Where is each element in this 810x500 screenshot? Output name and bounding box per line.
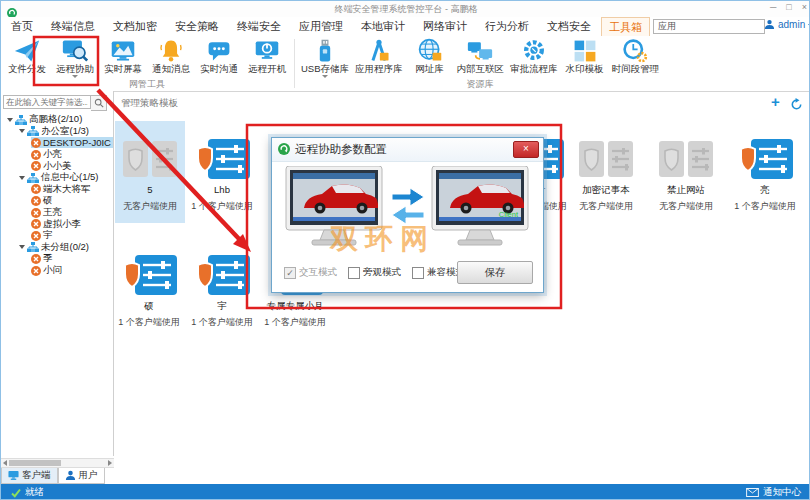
ribbon-group-label: 网管工具 [3, 79, 291, 90]
policy-tile-icon [115, 121, 185, 181]
sidebar-tab-clients[interactable]: 客户端 [1, 468, 58, 484]
group-node-icon [15, 115, 27, 125]
scroll-right-icon[interactable] [108, 460, 112, 466]
ribbon-button-watermark-template[interactable]: 水印模板 [561, 36, 609, 79]
tree-expand-caret[interactable] [19, 129, 25, 133]
policy-tile-r2-0[interactable]: 硕 1 个客户端使用 [114, 249, 184, 337]
checkbox-icon[interactable] [348, 267, 360, 279]
policy-tile-icon [651, 121, 721, 181]
close-button[interactable]: × [802, 2, 807, 12]
watermark-text: 双环网 [330, 220, 435, 258]
menu-item-4[interactable]: 终端安全 [229, 17, 289, 37]
add-template-button[interactable]: + [771, 93, 780, 110]
checkbox-icon[interactable]: ✓ [284, 267, 296, 279]
tree-expand-caret[interactable] [19, 245, 25, 249]
tree-filter-search-button[interactable] [91, 95, 107, 111]
mode-checkbox-0[interactable]: ✓交互模式 [284, 266, 337, 279]
client-tree: 高鹏格(2/10)办公室(1/3)DESKTOP-J0IC小亮小小美信息中心(1… [1, 114, 114, 276]
scroll-left-icon[interactable] [3, 460, 7, 466]
mode-checkbox-1[interactable]: 旁观模式 [348, 266, 401, 279]
menu-item-6[interactable]: 本地审计 [353, 17, 413, 37]
menu-item-10[interactable]: 工具箱 [601, 17, 650, 37]
ribbon-button-remote-assist[interactable]: 远程协助 [51, 36, 99, 79]
app-search-input[interactable]: 应用 [653, 19, 765, 34]
policy-tile-r1-3[interactable]: 加密记事本 无客户端使用 [571, 121, 641, 223]
dialog-close-button[interactable]: × [513, 141, 539, 158]
policy-tile-icon [730, 121, 800, 181]
tree-node-client-2[interactable]: DESKTOP-J0IC [1, 137, 114, 149]
tree-node-client-6[interactable]: 端木大将军 [1, 184, 114, 196]
maximize-button[interactable]: □ [786, 2, 791, 12]
tree-node-client-7[interactable]: 硕 [1, 195, 114, 207]
ribbon-button-usb-storage[interactable]: USB存储库 [298, 36, 352, 79]
search-icon [94, 98, 104, 108]
offline-badge-icon [31, 219, 41, 229]
ribbon-button-intranet-zone[interactable]: 内部互联区 [454, 36, 508, 79]
tree-node-client-4[interactable]: 小小美 [1, 160, 114, 172]
usb-storage-icon [301, 38, 349, 64]
tree-expand-caret[interactable] [19, 176, 25, 180]
notification-center-button[interactable]: 通知中心 [736, 486, 810, 499]
url-library-icon [409, 38, 451, 64]
ribbon-button-notify-message[interactable]: 通知消息 [147, 36, 195, 79]
chevron-down-icon[interactable] [72, 75, 78, 78]
sidebar-tab-users[interactable]: 用户 [58, 468, 105, 484]
ribbon-button-live-screen[interactable]: 实时屏幕 [99, 36, 147, 79]
menu-item-7[interactable]: 网络审计 [415, 17, 475, 37]
tree-node-group-0[interactable]: 高鹏格(2/10) [1, 114, 114, 126]
menu-item-1[interactable]: 终端信息 [43, 17, 103, 37]
remote-assist-icon [54, 38, 96, 64]
policy-tile-r1-4[interactable]: 禁止网站 无客户端使用 [651, 121, 721, 223]
ribbon-button-time-period[interactable]: 时间段管理 [609, 36, 663, 79]
offline-badge-icon [31, 184, 41, 194]
offline-badge-icon [31, 150, 41, 160]
tree-node-client-9[interactable]: 虚拟小李 [1, 218, 114, 230]
sidebar-hscrollbar[interactable] [1, 458, 114, 468]
menu-item-3[interactable]: 安全策略 [167, 17, 227, 37]
tree-node-client-12[interactable]: 季 [1, 253, 114, 265]
scrollbar-thumb[interactable] [9, 460, 61, 466]
menu-item-0[interactable]: 首页 [3, 17, 41, 37]
ribbon-button-file-distribute[interactable]: 文件分发 [3, 36, 51, 79]
menu-item-8[interactable]: 行为分析 [477, 17, 537, 37]
policy-tile-r1-5[interactable]: 亮 1 个客户端使用 [730, 121, 800, 223]
remote-assist-config-dialog: 远程协助参数配置 × [271, 137, 544, 293]
policy-tile-r2-1[interactable]: 宇 1 个客户端使用 [187, 249, 257, 337]
policy-tile-r1-1[interactable]: Lhb 1 个客户端使用 [187, 121, 257, 223]
menu-item-5[interactable]: 应用管理 [291, 17, 351, 37]
intranet-zone-icon [457, 38, 505, 64]
ribbon-button-url-library[interactable]: 网址库 [406, 36, 454, 79]
tree-node-client-8[interactable]: 王亮 [1, 207, 114, 219]
tree-node-client-13[interactable]: 小问 [1, 265, 114, 277]
app-window: 终端安全管理系统管控平台 - 高鹏格 ─ □ × 首页终端信息文档加密安全策略终… [0, 0, 810, 500]
tree-node-group-1[interactable]: 办公室(1/3) [1, 126, 114, 138]
offline-badge-icon [31, 266, 41, 276]
refresh-icon [790, 98, 803, 111]
ribbon-button-remote-poweron[interactable]: 远程开机 [243, 36, 291, 79]
client-monitor-image: Client [430, 166, 530, 254]
policy-tile-icon [187, 121, 257, 181]
tree-filter-input[interactable] [3, 95, 91, 109]
checkbox-icon[interactable] [412, 267, 424, 279]
admin-menu[interactable]: admin [764, 19, 810, 30]
tree-node-client-3[interactable]: 小亮 [1, 149, 114, 161]
tree-node-group-11[interactable]: 未分组(0/2) [1, 242, 114, 254]
tree-node-group-5[interactable]: 信息中心(1/5) [1, 172, 114, 184]
ribbon-button-approval-flow[interactable]: 审批流程库 [507, 36, 561, 79]
refresh-button[interactable] [790, 97, 803, 115]
ribbon-group-separator [294, 39, 295, 88]
policy-tile-r1-0[interactable]: 5 无客户端使用 [115, 121, 185, 223]
tree-expand-caret[interactable] [7, 118, 13, 122]
chevron-down-icon[interactable] [322, 75, 328, 78]
tree-node-client-10[interactable]: 宇 [1, 230, 114, 242]
menu-item-9[interactable]: 文档安全 [539, 17, 599, 37]
policy-tile-icon [187, 249, 257, 297]
menu-item-2[interactable]: 文档加密 [105, 17, 165, 37]
minimize-button[interactable]: ─ [770, 2, 776, 12]
client-tab-icon [8, 470, 19, 481]
ribbon-button-app-library[interactable]: 应用程序库 [352, 36, 406, 79]
save-button[interactable]: 保存 [457, 261, 533, 284]
policy-tile-icon [114, 249, 184, 297]
status-bar: 就绪 通知中心 [1, 484, 810, 500]
ribbon-button-live-chat[interactable]: 实时沟通 [195, 36, 243, 79]
